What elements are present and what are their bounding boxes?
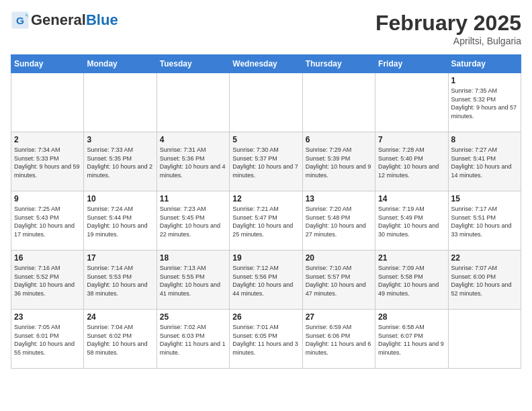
calendar-cell: 10Sunrise: 7:24 AM Sunset: 5:44 PM Dayli… — [84, 191, 157, 250]
day-number: 20 — [306, 253, 372, 263]
day-info: Sunrise: 7:35 AM Sunset: 5:32 PM Dayligh… — [451, 87, 518, 120]
calendar-cell: 14Sunrise: 7:19 AM Sunset: 5:49 PM Dayli… — [375, 191, 448, 250]
day-header-tuesday: Tuesday — [157, 55, 229, 73]
calendar-cell: 22Sunrise: 7:07 AM Sunset: 6:00 PM Dayli… — [448, 250, 521, 310]
page-header: G GeneralBlue February 2025 Apriltsi, Bu… — [11, 11, 521, 46]
logo-blue: Blue — [86, 11, 118, 28]
logo-icon: G — [11, 11, 30, 30]
calendar-cell: 2Sunrise: 7:34 AM Sunset: 5:33 PM Daylig… — [11, 132, 84, 191]
day-info: Sunrise: 7:02 AM Sunset: 6:03 PM Dayligh… — [160, 323, 226, 357]
day-info: Sunrise: 6:58 AM Sunset: 6:07 PM Dayligh… — [378, 323, 445, 357]
day-info: Sunrise: 7:31 AM Sunset: 5:36 PM Dayligh… — [160, 146, 226, 179]
calendar-cell: 25Sunrise: 7:02 AM Sunset: 6:03 PM Dayli… — [157, 310, 229, 369]
day-header-friday: Friday — [375, 55, 448, 73]
day-number: 6 — [306, 135, 372, 144]
day-info: Sunrise: 7:34 AM Sunset: 5:33 PM Dayligh… — [14, 146, 81, 179]
day-info: Sunrise: 7:19 AM Sunset: 5:49 PM Dayligh… — [378, 205, 445, 238]
calendar-cell — [302, 73, 375, 132]
calendar-cell: 7Sunrise: 7:28 AM Sunset: 5:40 PM Daylig… — [375, 132, 448, 191]
day-info: Sunrise: 7:14 AM Sunset: 5:53 PM Dayligh… — [87, 264, 153, 298]
calendar-cell: 4Sunrise: 7:31 AM Sunset: 5:36 PM Daylig… — [157, 132, 229, 191]
calendar-cell — [157, 73, 229, 132]
calendar-cell: 23Sunrise: 7:05 AM Sunset: 6:01 PM Dayli… — [11, 310, 84, 369]
day-number: 5 — [232, 135, 299, 144]
day-info: Sunrise: 7:12 AM Sunset: 5:56 PM Dayligh… — [232, 264, 299, 298]
day-info: Sunrise: 7:27 AM Sunset: 5:41 PM Dayligh… — [451, 146, 518, 179]
day-number: 11 — [160, 194, 226, 203]
day-number: 18 — [160, 253, 226, 263]
month-title: February 2025 — [375, 11, 521, 36]
calendar-cell: 21Sunrise: 7:09 AM Sunset: 5:58 PM Dayli… — [375, 250, 448, 310]
day-info: Sunrise: 7:24 AM Sunset: 5:44 PM Dayligh… — [87, 205, 153, 238]
calendar-week-row: 23Sunrise: 7:05 AM Sunset: 6:01 PM Dayli… — [11, 310, 521, 369]
day-number: 13 — [306, 194, 372, 203]
calendar-cell — [448, 310, 521, 369]
calendar-cell: 12Sunrise: 7:21 AM Sunset: 5:47 PM Dayli… — [230, 191, 302, 250]
calendar-week-row: 16Sunrise: 7:16 AM Sunset: 5:52 PM Dayli… — [11, 250, 521, 310]
day-info: Sunrise: 7:10 AM Sunset: 5:57 PM Dayligh… — [306, 264, 372, 298]
day-info: Sunrise: 7:20 AM Sunset: 5:48 PM Dayligh… — [306, 205, 372, 238]
calendar-cell: 1Sunrise: 7:35 AM Sunset: 5:32 PM Daylig… — [448, 73, 521, 132]
calendar-cell: 28Sunrise: 6:58 AM Sunset: 6:07 PM Dayli… — [375, 310, 448, 369]
calendar-cell: 20Sunrise: 7:10 AM Sunset: 5:57 PM Dayli… — [302, 250, 375, 310]
location: Apriltsi, Bulgaria — [375, 36, 521, 46]
day-number: 22 — [451, 253, 518, 263]
calendar-cell: 3Sunrise: 7:33 AM Sunset: 5:35 PM Daylig… — [84, 132, 157, 191]
svg-text:G: G — [16, 15, 24, 26]
calendar-week-row: 2Sunrise: 7:34 AM Sunset: 5:33 PM Daylig… — [11, 132, 521, 191]
day-number: 14 — [378, 194, 445, 203]
day-info: Sunrise: 7:09 AM Sunset: 5:58 PM Dayligh… — [378, 264, 445, 298]
day-number: 2 — [14, 135, 81, 144]
day-number: 9 — [14, 194, 81, 203]
day-header-thursday: Thursday — [302, 55, 375, 73]
title-area: February 2025 Apriltsi, Bulgaria — [375, 11, 521, 46]
day-info: Sunrise: 7:23 AM Sunset: 5:45 PM Dayligh… — [160, 205, 226, 238]
day-number: 21 — [378, 253, 445, 263]
calendar-cell: 26Sunrise: 7:01 AM Sunset: 6:05 PM Dayli… — [230, 310, 302, 369]
day-number: 8 — [451, 135, 518, 144]
day-number: 27 — [306, 312, 372, 322]
calendar-cell: 17Sunrise: 7:14 AM Sunset: 5:53 PM Dayli… — [84, 250, 157, 310]
calendar-cell: 11Sunrise: 7:23 AM Sunset: 5:45 PM Dayli… — [157, 191, 229, 250]
day-number: 16 — [14, 253, 81, 263]
calendar-cell — [11, 73, 84, 132]
day-info: Sunrise: 7:21 AM Sunset: 5:47 PM Dayligh… — [232, 205, 299, 238]
day-info: Sunrise: 7:01 AM Sunset: 6:05 PM Dayligh… — [232, 323, 299, 357]
day-info: Sunrise: 7:16 AM Sunset: 5:52 PM Dayligh… — [14, 264, 81, 298]
day-info: Sunrise: 6:59 AM Sunset: 6:06 PM Dayligh… — [306, 323, 372, 357]
calendar-cell — [230, 73, 302, 132]
day-number: 23 — [14, 312, 81, 322]
calendar-cell: 6Sunrise: 7:29 AM Sunset: 5:39 PM Daylig… — [302, 132, 375, 191]
day-number: 4 — [160, 135, 226, 144]
day-number: 7 — [378, 135, 445, 144]
calendar-cell: 18Sunrise: 7:13 AM Sunset: 5:55 PM Dayli… — [157, 250, 229, 310]
day-number: 3 — [87, 135, 153, 144]
calendar-cell: 16Sunrise: 7:16 AM Sunset: 5:52 PM Dayli… — [11, 250, 84, 310]
day-number: 19 — [232, 253, 299, 263]
logo-text: GeneralBlue — [31, 13, 118, 28]
calendar-cell — [84, 73, 157, 132]
day-header-monday: Monday — [84, 55, 157, 73]
calendar-cell: 9Sunrise: 7:25 AM Sunset: 5:43 PM Daylig… — [11, 191, 84, 250]
calendar-cell: 8Sunrise: 7:27 AM Sunset: 5:41 PM Daylig… — [448, 132, 521, 191]
calendar-cell: 24Sunrise: 7:04 AM Sunset: 6:02 PM Dayli… — [84, 310, 157, 369]
calendar-cell: 19Sunrise: 7:12 AM Sunset: 5:56 PM Dayli… — [230, 250, 302, 310]
day-number: 10 — [87, 194, 153, 203]
day-number: 26 — [232, 312, 299, 322]
day-number: 17 — [87, 253, 153, 263]
day-number: 1 — [451, 76, 518, 85]
calendar-cell: 15Sunrise: 7:17 AM Sunset: 5:51 PM Dayli… — [448, 191, 521, 250]
logo: G GeneralBlue — [11, 11, 118, 30]
day-info: Sunrise: 7:29 AM Sunset: 5:39 PM Dayligh… — [306, 146, 372, 179]
day-info: Sunrise: 7:33 AM Sunset: 5:35 PM Dayligh… — [87, 146, 153, 179]
day-info: Sunrise: 7:07 AM Sunset: 6:00 PM Dayligh… — [451, 264, 518, 298]
day-number: 28 — [378, 312, 445, 322]
day-number: 12 — [232, 194, 299, 203]
calendar-cell: 27Sunrise: 6:59 AM Sunset: 6:06 PM Dayli… — [302, 310, 375, 369]
day-header-saturday: Saturday — [448, 55, 521, 73]
calendar-week-row: 9Sunrise: 7:25 AM Sunset: 5:43 PM Daylig… — [11, 191, 521, 250]
calendar-week-row: 1Sunrise: 7:35 AM Sunset: 5:32 PM Daylig… — [11, 73, 521, 132]
day-header-sunday: Sunday — [11, 55, 84, 73]
day-info: Sunrise: 7:25 AM Sunset: 5:43 PM Dayligh… — [14, 205, 81, 238]
day-number: 24 — [87, 312, 153, 322]
